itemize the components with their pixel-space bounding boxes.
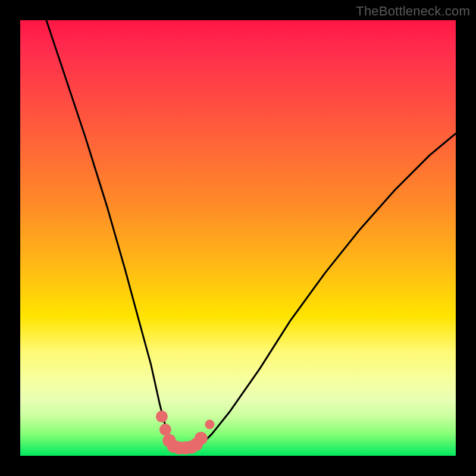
minimum-marker: [156, 411, 168, 422]
chart-svg: [20, 20, 456, 456]
bottleneck-curve-line: [46, 20, 456, 447]
plot-area: [20, 20, 456, 456]
minimum-marker: [205, 419, 214, 429]
chart-frame: TheBottleneck.com: [0, 0, 476, 476]
watermark-text: TheBottleneck.com: [356, 4, 470, 19]
minimum-marker: [190, 438, 203, 451]
minimum-marker-group: [156, 411, 215, 455]
minimum-marker: [195, 432, 208, 445]
minimum-marker: [185, 440, 198, 453]
minimum-marker: [179, 441, 192, 455]
minimum-marker: [159, 424, 171, 436]
minimum-marker: [162, 434, 176, 447]
minimum-marker: [167, 440, 180, 453]
minimum-marker: [173, 441, 186, 455]
